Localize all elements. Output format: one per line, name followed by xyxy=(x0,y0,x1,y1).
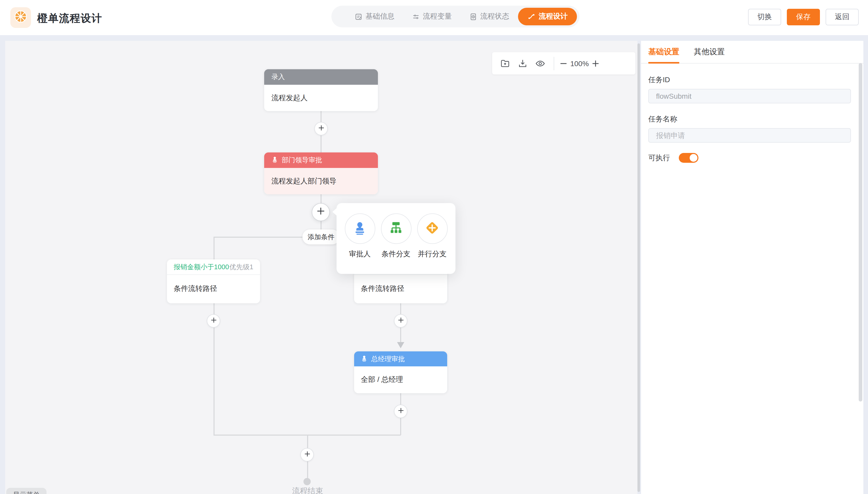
plus-icon xyxy=(397,316,404,326)
node-manager-approval[interactable]: 总经理审批 全部 / 总经理 xyxy=(354,352,447,393)
popup-item-label: 并行分支 xyxy=(418,250,447,259)
popup-arrow xyxy=(333,208,337,216)
tab-flow-variables[interactable]: 流程变量 xyxy=(403,6,460,27)
node-header-label: 总经理审批 xyxy=(371,354,405,363)
zoom-in-icon[interactable] xyxy=(591,59,600,68)
plus-icon xyxy=(317,124,325,134)
tab-flow-status[interactable]: 流程状态 xyxy=(460,6,518,27)
node-dept-approval[interactable]: 部门领导审批 流程发起人部门领导 xyxy=(264,152,378,194)
node-header-label: 录入 xyxy=(271,72,285,82)
plus-icon xyxy=(210,316,218,326)
executable-row: 可执行 xyxy=(648,153,851,163)
popup-item-approver[interactable]: 审批人 xyxy=(344,213,375,259)
tab-label: 流程状态 xyxy=(480,12,509,21)
panel-scrollbar-thumb[interactable] xyxy=(859,63,862,401)
tab-label: 基础设置 xyxy=(648,47,679,57)
parallel-branch-circle xyxy=(417,213,448,244)
add-condition-button[interactable]: 添加条件 xyxy=(302,229,340,244)
orange-logo-icon xyxy=(14,9,28,26)
zoom-out-icon[interactable] xyxy=(559,59,568,68)
tab-label: 其他设置 xyxy=(694,47,725,57)
switch-button[interactable]: 切换 xyxy=(748,9,781,25)
node-dept-approval-body: 流程发起人部门领导 xyxy=(264,168,378,194)
node-manager-approval-body: 全部 / 总经理 xyxy=(354,366,447,393)
plus-icon xyxy=(303,450,311,460)
popup-item-label: 条件分支 xyxy=(381,250,411,259)
condition-branch-icon xyxy=(389,221,403,237)
panel-splitter-handle[interactable] xyxy=(638,43,640,492)
add-node-button[interactable] xyxy=(394,314,408,328)
stamp-icon xyxy=(361,355,367,363)
tab-basic-settings[interactable]: 基础设置 xyxy=(648,41,679,63)
flow-icon xyxy=(527,13,535,21)
flow-arrowhead xyxy=(397,342,404,348)
stamp-icon xyxy=(271,156,278,164)
add-node-button[interactable] xyxy=(394,405,408,418)
approver-circle xyxy=(344,213,375,244)
tab-label: 流程设计 xyxy=(539,12,568,21)
plus-icon xyxy=(397,406,404,416)
add-node-button[interactable] xyxy=(314,122,328,135)
condition-card-left[interactable]: 报销金额小于1000 优先级1 条件流转路径 xyxy=(167,260,260,303)
task-id-input[interactable] xyxy=(648,89,851,103)
flow-end-dot xyxy=(303,478,311,485)
node-start-header: 录入 xyxy=(264,69,378,85)
popup-item-label: 审批人 xyxy=(349,250,371,259)
form-icon xyxy=(355,13,362,20)
app-header: 橙单流程设计 基础信息 xyxy=(0,0,868,35)
task-name-label: 任务名称 xyxy=(648,115,851,124)
canvas-toolbar: 100% xyxy=(492,52,635,74)
task-id-label: 任务ID xyxy=(648,75,851,85)
parallel-branch-icon xyxy=(424,220,440,238)
toggle-knob xyxy=(690,154,697,162)
sliders-icon xyxy=(412,13,420,20)
page-title: 橙单流程设计 xyxy=(37,12,102,25)
active-tab-underline xyxy=(648,62,679,63)
add-node-button[interactable] xyxy=(207,314,220,328)
stamp-icon xyxy=(353,221,367,237)
flow-connector-line xyxy=(213,237,214,260)
flow-designer-app: 橙单流程设计 基础信息 xyxy=(0,0,868,494)
tab-flow-design[interactable]: 流程设计 xyxy=(518,8,577,25)
doc-status-icon xyxy=(469,13,477,20)
save-button[interactable]: 保存 xyxy=(787,9,820,25)
tab-label: 基础信息 xyxy=(365,12,394,21)
add-node-button[interactable] xyxy=(300,448,314,461)
download-icon[interactable] xyxy=(517,58,528,69)
node-dept-approval-header: 部门领导审批 xyxy=(264,152,378,168)
node-start[interactable]: 录入 流程发起人 xyxy=(264,69,378,111)
toolbar-divider xyxy=(554,57,554,70)
popup-item-parallel-branch[interactable]: 并行分支 xyxy=(417,213,448,259)
show-menu-button[interactable]: 显示菜单 xyxy=(6,488,46,494)
condition-title: 报销金额小于1000 xyxy=(174,262,229,271)
executable-toggle[interactable] xyxy=(679,153,698,163)
flow-end-label: 流程结束 xyxy=(287,486,328,494)
task-name-input[interactable] xyxy=(648,128,851,142)
preview-eye-icon[interactable] xyxy=(535,58,545,69)
settings-panel: 基础设置 其他设置 任务ID 任务名称 可执行 xyxy=(641,41,863,494)
plus-icon xyxy=(316,206,326,218)
header-actions: 切换 保存 返回 xyxy=(748,9,859,25)
header-nav-tabs: 基础信息 流程变量 流 xyxy=(332,6,580,27)
node-header-label: 部门领导审批 xyxy=(282,155,322,165)
back-button[interactable]: 返回 xyxy=(826,9,859,25)
tab-basic-info[interactable]: 基础信息 xyxy=(346,6,403,27)
new-folder-icon[interactable] xyxy=(500,58,510,69)
node-manager-approval-header: 总经理审批 xyxy=(354,352,447,366)
node-type-popup: 审批人 条件分支 xyxy=(337,203,455,274)
add-node-button-active[interactable] xyxy=(312,203,330,221)
tab-label: 流程变量 xyxy=(423,12,452,21)
settings-panel-tabs: 基础设置 其他设置 xyxy=(641,41,863,63)
condition-priority: 优先级1 xyxy=(229,262,253,271)
condition-body: 条件流转路径 xyxy=(354,275,447,303)
condition-card-head: 报销金额小于1000 优先级1 xyxy=(167,260,260,275)
flow-canvas[interactable]: 流程结束 录入 流程发起人 xyxy=(5,41,638,494)
settings-panel-body: 任务ID 任务名称 可执行 xyxy=(641,63,863,163)
popup-item-condition-branch[interactable]: 条件分支 xyxy=(381,213,411,259)
tab-other-settings[interactable]: 其他设置 xyxy=(694,41,725,63)
node-start-body: 流程发起人 xyxy=(264,85,378,111)
executable-label: 可执行 xyxy=(648,153,670,163)
zoom-level: 100% xyxy=(568,59,591,68)
popup-items: 审批人 条件分支 xyxy=(337,203,455,259)
condition-branch-circle xyxy=(381,213,411,244)
